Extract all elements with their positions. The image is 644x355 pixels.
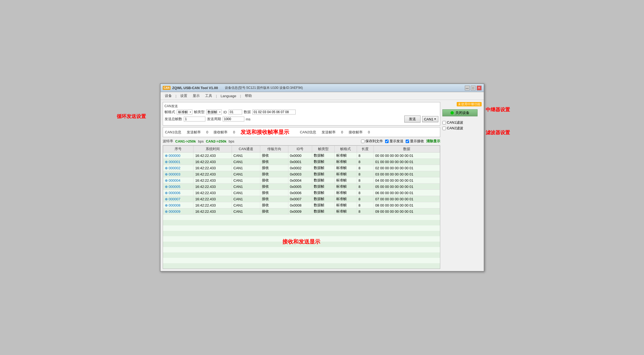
frame-format-select[interactable]: 标准帧 扩展帧 <box>177 110 192 114</box>
send-button[interactable]: 发送 <box>404 116 421 123</box>
show-recv-check[interactable] <box>406 140 409 143</box>
show-send-check[interactable] <box>385 140 389 143</box>
send-period-input[interactable] <box>223 117 244 121</box>
table-cell-8: 05 00 00 00 00 00 00 01 <box>373 184 440 190</box>
save-to-file-label: 保存到文件 <box>365 139 383 144</box>
table-cell-5: 数据帧 <box>312 165 335 171</box>
can-select-button[interactable]: CAN1 ▼ <box>422 116 438 122</box>
id-input[interactable] <box>229 110 242 114</box>
filter-setting-label: 滤波器设置 <box>486 129 510 136</box>
can1-baud: CAN1->250k <box>175 139 196 143</box>
id-label: ID <box>223 110 227 114</box>
menu-help[interactable]: 帮助 <box>243 93 254 99</box>
can2-send-rate-value: 0 <box>341 130 343 134</box>
main-content: CAN发送 帧格式 标准帧 扩展帧 帧类型 数据帧 <box>161 100 484 271</box>
table-cell-2: CAN1 <box>232 171 260 177</box>
menu-settings[interactable]: 设置 <box>178 93 189 99</box>
send-form-row2: 发送总帧数 发送周期 ms 发送 CAN1 ▼ <box>165 116 438 123</box>
table-cell-6: 标准帧 <box>334 153 357 159</box>
table-cell-7: 8 <box>357 202 373 208</box>
table-cell-6: 标准帧 <box>334 190 357 196</box>
header-direction: 传输方向 <box>260 146 288 153</box>
main-window: CAN ZQWL USB-CAN Tool V1.00 设备信息(型号:5C12… <box>160 83 484 272</box>
table-cell-5: 数据帧 <box>312 190 335 196</box>
relay-setting-label: 中继器设置 <box>486 106 510 113</box>
table-cell-2: CAN1 <box>232 165 260 171</box>
can-send-title: CAN发送 <box>165 104 438 109</box>
table-cell-6: 标准帧 <box>334 171 357 177</box>
menu-tools[interactable]: 工具 <box>203 93 214 99</box>
table-cell-8: 06 00 00 00 00 00 00 01 <box>373 190 440 196</box>
close-device-label: 关闭设备 <box>455 110 469 115</box>
table-cell-3: 接收 <box>260 184 288 190</box>
table-cell-3: 接收 <box>260 177 288 184</box>
table-cell-8: 04 00 00 00 00 00 00 01 <box>373 177 440 184</box>
data-input[interactable] <box>252 110 296 114</box>
can-info-row: CAN1信息 发送帧率 0 接收帧率 0 发送和接收帧率显示 CAN2信息 发送… <box>165 129 438 136</box>
table-cell-4: 0x0004 <box>288 177 312 184</box>
table-cell-4: 0x0001 <box>288 159 312 165</box>
table-cell-8: 02 00 00 00 00 00 00 01 <box>373 165 440 171</box>
table-cell-2: CAN1 <box>232 190 260 196</box>
menubar: 设备 | 设置 显示 工具 | Language | 帮助 <box>161 92 484 100</box>
header-length: 长度 <box>357 146 373 153</box>
show-send-checkbox[interactable]: 显示发送 <box>385 139 403 144</box>
app-icon: CAN <box>163 86 171 90</box>
minimize-button[interactable]: — <box>465 86 470 90</box>
table-cell-4: 0x0006 <box>288 190 312 196</box>
table-row: ⊕ 00000816:42:22.433CAN1接收0x0008数据帧标准帧80… <box>163 202 440 208</box>
can1-recv-rate-value: 0 <box>233 130 235 134</box>
can2-info-label: CAN2信息 <box>300 130 316 135</box>
table-controls-row: 波特率 CAN1->250k bps CAN2->250k bps 保存到文件 … <box>163 139 440 144</box>
can2-filter-item[interactable]: CAN2滤波 <box>442 126 482 131</box>
frame-type-label: 帧类型 <box>194 110 205 114</box>
table-cell-6: 标准帧 <box>334 165 357 171</box>
table-cell-1: 16:42:22.433 <box>193 165 232 171</box>
send-count-input[interactable] <box>184 117 205 121</box>
can1-filter-check[interactable] <box>442 121 446 124</box>
table-row: ⊕ 00000416:42:22.433CAN1接收0x0004数据帧标准帧80… <box>163 177 440 184</box>
table-cell-3: 接收 <box>260 196 288 202</box>
can2-filter-check[interactable] <box>442 127 446 130</box>
menu-sep1: | <box>175 94 177 98</box>
table-cell-4: 0x0002 <box>288 165 312 171</box>
table-cell-6: 标准帧 <box>334 208 357 215</box>
table-row: ⊕ 00000016:42:22.433CAN1接收0x0000数据帧标准帧80… <box>163 153 440 159</box>
data-table-container: 序号 系统时间 CAN通道 传输方向 ID号 帧类型 帧格式 长度 数据 <box>163 145 440 269</box>
close-device-button[interactable]: 关闭设备 <box>442 109 478 116</box>
table-cell-5: 数据帧 <box>312 202 335 208</box>
table-cell-6: 标准帧 <box>334 202 357 208</box>
send-form-row1: 帧格式 标准帧 扩展帧 帧类型 数据帧 远程帧 <box>165 110 438 114</box>
table-body: ⊕ 00000016:42:22.433CAN1接收0x0000数据帧标准帧80… <box>163 153 440 215</box>
clear-display-button[interactable]: 清除显示 <box>426 139 440 144</box>
can1-filter-item[interactable]: CAN1滤波 <box>442 120 482 125</box>
menu-display[interactable]: 显示 <box>191 93 202 99</box>
menu-sep2: | <box>215 94 217 98</box>
data-label: 数据 <box>244 110 251 114</box>
table-cell-0: ⊕ 000009 <box>163 208 193 215</box>
maximize-button[interactable]: □ <box>471 86 476 90</box>
close-button[interactable]: ✕ <box>477 86 482 90</box>
table-cell-8: 07 00 00 00 00 00 00 01 <box>373 196 440 202</box>
loop-send-label: 循环发送设置 <box>117 113 146 120</box>
save-to-file-checkbox[interactable]: 保存到文件 <box>361 139 383 144</box>
table-row: ⊕ 00000216:42:22.433CAN1接收0x0002数据帧标准帧80… <box>163 165 440 171</box>
table-cell-4: 0x0003 <box>288 171 312 177</box>
recv-send-display-label: 接收和发送显示 <box>282 238 320 245</box>
menu-device[interactable]: 设备 <box>163 93 174 99</box>
table-cell-5: 数据帧 <box>312 159 335 165</box>
show-recv-checkbox[interactable]: 显示接收 <box>406 139 424 144</box>
menu-language[interactable]: Language <box>218 93 238 99</box>
save-to-file-check[interactable] <box>361 140 365 143</box>
send-period-unit: ms <box>246 117 251 121</box>
can2-recv-rate-value: 0 <box>368 130 370 134</box>
table-cell-7: 8 <box>357 184 373 190</box>
table-row: ⊕ 00000716:42:22.433CAN1接收0x0007数据帧标准帧80… <box>163 196 440 202</box>
table-cell-0: ⊕ 000005 <box>163 184 193 190</box>
table-cell-4: 0x0005 <box>288 184 312 190</box>
table-cell-8: 00 00 00 00 00 00 00 01 <box>373 153 440 159</box>
table-cell-2: CAN1 <box>232 177 260 184</box>
frame-type-select[interactable]: 数据帧 远程帧 <box>206 110 222 114</box>
menu-sep3: | <box>239 94 241 98</box>
can1-send-rate-value: 0 <box>206 130 208 134</box>
